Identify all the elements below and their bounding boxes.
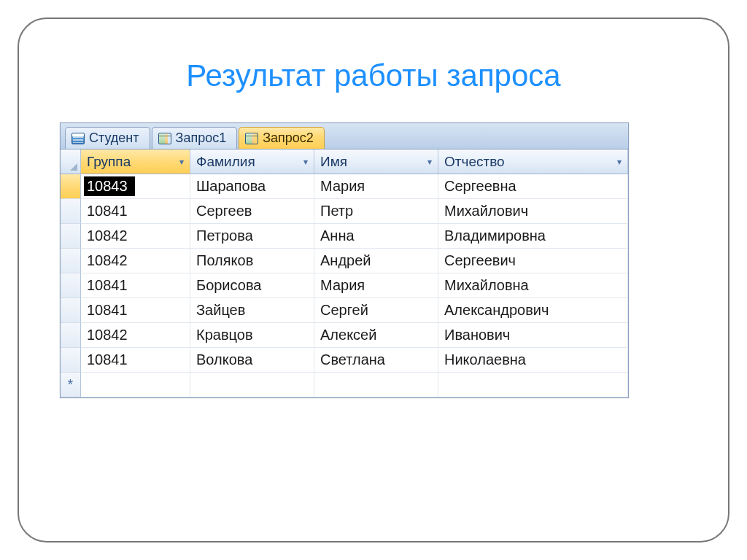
row-selector[interactable] (61, 224, 81, 249)
cell-firstname[interactable]: Петр (314, 199, 438, 224)
cell-lastname[interactable]: Зайцев (190, 298, 314, 323)
new-row-selector[interactable]: * (61, 373, 81, 397)
cell-group[interactable]: 10841 (81, 348, 190, 373)
cell-group[interactable]: 10843 (81, 174, 190, 199)
tab-label: Запрос1 (176, 131, 227, 146)
chevron-down-icon[interactable]: ▾ (423, 157, 432, 167)
tab-query1[interactable]: Запрос1 (152, 127, 238, 149)
row-selector[interactable] (61, 298, 81, 323)
tab-label: Студент (89, 131, 139, 146)
column-label: Отчество (444, 154, 505, 170)
row-selector[interactable] (61, 249, 81, 273)
chevron-down-icon[interactable]: ▾ (299, 157, 308, 167)
cell-firstname[interactable] (314, 373, 438, 397)
cell-patronymic[interactable]: Михайлович (438, 199, 628, 224)
cell-patronymic[interactable]: Александрович (438, 298, 628, 323)
cell-edit-input[interactable]: 10843 (84, 176, 135, 196)
slide: Результат работы запроса Студент Запрос1… (0, 0, 747, 560)
cell-firstname[interactable]: Алексей (314, 323, 438, 348)
slide-title: Результат работы запроса (0, 58, 747, 93)
cell-lastname[interactable]: Кравцов (190, 323, 314, 348)
row-selector[interactable] (61, 273, 81, 298)
column-header-lastname[interactable]: Фамилия ▾ (190, 149, 314, 174)
cell-lastname[interactable]: Сергеев (190, 199, 314, 224)
row-selector[interactable] (61, 199, 81, 224)
column-header-firstname[interactable]: Имя ▾ (314, 149, 438, 174)
new-row-icon: * (68, 376, 74, 393)
cell-group[interactable]: 10842 (81, 249, 190, 273)
cell-group[interactable]: 10842 (81, 224, 190, 249)
cell-lastname[interactable]: Волкова (190, 348, 314, 373)
row-selector[interactable] (61, 174, 81, 199)
cell-lastname[interactable]: Шарапова (190, 174, 314, 199)
cell-firstname[interactable]: Светлана (314, 348, 438, 373)
select-all-corner[interactable] (61, 149, 81, 174)
cell-group[interactable]: 10842 (81, 323, 190, 348)
cell-lastname[interactable] (190, 373, 314, 397)
column-label: Фамилия (196, 154, 255, 170)
cell-patronymic[interactable]: Николаевна (438, 348, 628, 373)
row-selector[interactable] (61, 323, 81, 348)
tab-query2[interactable]: Запрос2 (239, 127, 325, 149)
column-header-patronymic[interactable]: Отчество ▾ (438, 149, 628, 174)
object-tabs: Студент Запрос1 Запрос2 (61, 123, 628, 149)
cell-lastname[interactable]: Поляков (190, 249, 314, 273)
cell-patronymic[interactable] (438, 373, 628, 397)
cell-patronymic[interactable]: Иванович (438, 323, 628, 348)
column-label: Имя (320, 154, 347, 170)
cell-firstname[interactable]: Анна (314, 224, 438, 249)
tab-label: Запрос2 (263, 131, 314, 146)
chevron-down-icon[interactable]: ▾ (175, 157, 184, 167)
cell-firstname[interactable]: Мария (314, 273, 438, 298)
cell-lastname[interactable]: Петрова (190, 224, 314, 249)
tab-student[interactable]: Студент (65, 127, 150, 149)
cell-patronymic[interactable]: Владимировна (438, 224, 628, 249)
cell-group[interactable]: 10841 (81, 298, 190, 323)
cell-firstname[interactable]: Андрей (314, 249, 438, 273)
cell-firstname[interactable]: Сергей (314, 298, 438, 323)
datasheet-grid[interactable]: Группа ▾ Фамилия ▾ Имя ▾ Отчество ▾ 1084… (61, 149, 628, 397)
row-selector[interactable] (61, 348, 81, 373)
cell-firstname[interactable]: Мария (314, 174, 438, 199)
query-icon (245, 133, 258, 144)
cell-patronymic[interactable]: Сергеевич (438, 249, 628, 273)
cell-patronymic[interactable]: Михайловна (438, 273, 628, 298)
cell-group[interactable] (81, 373, 190, 397)
access-datasheet-window: Студент Запрос1 Запрос2 Группа ▾ Фамилия… (60, 122, 629, 398)
column-label: Группа (87, 154, 131, 170)
datasheet-icon (71, 133, 85, 144)
cell-group[interactable]: 10841 (81, 273, 190, 298)
cell-patronymic[interactable]: Сергеевна (438, 174, 628, 199)
chevron-down-icon[interactable]: ▾ (613, 157, 622, 167)
cell-group[interactable]: 10841 (81, 199, 190, 224)
query-icon (158, 133, 171, 144)
column-header-group[interactable]: Группа ▾ (81, 149, 190, 174)
cell-lastname[interactable]: Борисова (190, 273, 314, 298)
